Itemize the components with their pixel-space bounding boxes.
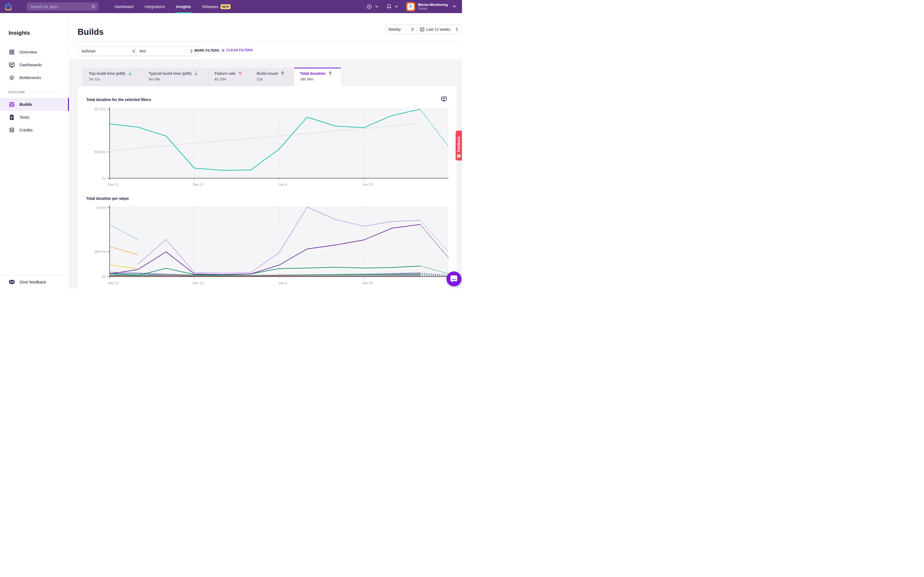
tab-total-duration[interactable]: Total duration 16h 39m [294, 68, 341, 86]
chevron-down-icon [395, 6, 398, 8]
metric-tabs: Top build time (p90) 7m 11s Typical buil… [82, 68, 341, 86]
more-filters-button[interactable]: MORE FILTERS [194, 48, 219, 52]
bitrise-logo[interactable] [4, 2, 13, 11]
sidebar-item-credits[interactable]: Credits [0, 124, 69, 137]
svg-text:Dec 12: Dec 12 [192, 182, 204, 187]
active-tab-underline [175, 12, 192, 13]
svg-text:Dec 12: Dec 12 [192, 281, 204, 285]
svg-text:25m 0s: 25m 0s [94, 250, 106, 253]
tab-build-count[interactable]: Build count 218 [251, 68, 294, 86]
svg-text:0s: 0s [102, 176, 106, 180]
svg-text:50m 0s: 50m 0s [94, 150, 106, 154]
svg-text:Jan 3: Jan 3 [279, 182, 287, 187]
trend-up-icon [328, 71, 332, 76]
svg-text:0s: 0s [102, 275, 106, 279]
nav-insights[interactable]: Insights [176, 0, 191, 13]
chart-display-toggle[interactable] [441, 97, 447, 102]
chat-widget-button[interactable] [446, 271, 462, 286]
svg-text:Jan 25: Jan 25 [362, 281, 373, 285]
new-badge: NEW [221, 4, 231, 9]
sidebar-item-bottlenecks[interactable]: Bottlenecks [0, 71, 69, 84]
trend-down-icon [128, 71, 132, 76]
granularity-select[interactable]: Weekly [385, 24, 418, 34]
account-menu[interactable]: Bitrise-Monitoring Owner [418, 3, 448, 11]
chevron-down-icon [452, 5, 456, 8]
workspace-avatar[interactable]: T [406, 2, 415, 11]
sidebar-item-tests[interactable]: Tests [0, 111, 69, 124]
clear-filters-button[interactable]: CLEAR FILTERS [221, 48, 253, 52]
svg-text:2h 11m: 2h 11m [94, 107, 106, 111]
monitor-chart-icon [8, 62, 15, 68]
tab-failure-rate[interactable]: Failure rate 81.19% [209, 68, 251, 86]
date-range-select[interactable]: Last 12 weeks [417, 24, 462, 34]
tab-typical-build-time[interactable]: Typical build time (p50) 5m 59s [143, 68, 209, 86]
header-divider [69, 41, 462, 42]
bitrise-bot-icon [4, 2, 13, 11]
svg-text:Nov 21: Nov 21 [108, 281, 119, 285]
give-feedback-button[interactable]: Give feedback [0, 275, 69, 288]
envelope-icon [8, 280, 15, 284]
builds-icon [8, 102, 15, 107]
svg-text:Nov 21: Nov 21 [108, 182, 119, 187]
plus-circle-icon [367, 4, 372, 9]
up-down-chevron-icon [190, 49, 193, 53]
top-nav: Dashboard Integrations Insights Releases… [0, 0, 462, 13]
account-chevron[interactable] [452, 4, 457, 9]
sidebar-section-label: EXPLORE [8, 90, 25, 94]
add-new-button[interactable] [365, 3, 373, 10]
sidebar-heading: Insights [8, 30, 30, 36]
sidebar-section-divider [28, 92, 62, 92]
svg-text:Jan 3: Jan 3 [279, 281, 287, 285]
workspace-role: Owner [418, 7, 448, 11]
tab-top-build-time[interactable]: Top build time (p90) 7m 11s [82, 68, 143, 86]
chevron-down-icon [375, 6, 378, 8]
up-down-chevron-icon [411, 27, 414, 31]
app-filter-select[interactable]: bullseye [78, 46, 139, 56]
svg-text:1h 9m: 1h 9m [96, 206, 106, 210]
sidebar-item-builds[interactable]: Builds [0, 98, 69, 111]
search-input[interactable] [27, 5, 91, 9]
search-icon [91, 5, 96, 9]
coins-icon [8, 127, 15, 133]
chat-bubble-icon [451, 276, 457, 283]
charts-card: Total duration for the selected filters … [78, 86, 457, 288]
duration-per-steps-chart[interactable]: 0s25m 0s1h 9mNov 21Dec 12Jan 3Jan 25 [86, 205, 454, 288]
notifications-button[interactable] [385, 3, 393, 10]
feedback-smiley-icon [457, 155, 460, 158]
workspace-name: Bitrise-Monitoring [418, 3, 448, 7]
sidebar: Insights Overview Dashboards [0, 13, 69, 288]
grid-icon [8, 50, 15, 55]
search-box[interactable] [27, 2, 99, 11]
bell-icon [386, 4, 392, 9]
up-down-chevron-icon [455, 27, 459, 31]
sidebar-item-dashboards[interactable]: Dashboards [0, 58, 69, 71]
lightbulb-icon [8, 75, 15, 81]
svg-text:Jan 25: Jan 25 [362, 182, 373, 187]
close-icon [221, 49, 225, 52]
clipboard-icon [8, 114, 15, 120]
nav-releases[interactable]: Releases NEW [202, 0, 231, 13]
feedback-tab[interactable]: Feedback [456, 131, 462, 161]
trend-up-icon [238, 71, 242, 76]
monitor-chart-icon [441, 97, 447, 102]
workspace-avatar-letter: T [407, 3, 414, 10]
trend-down-icon [194, 71, 198, 76]
nav-integrations[interactable]: Integrations [145, 0, 165, 13]
sidebar-item-overview[interactable]: Overview [0, 46, 69, 58]
up-down-chevron-icon [132, 49, 135, 53]
notifications-chevron[interactable] [394, 5, 399, 9]
trend-up-icon [281, 71, 284, 76]
workflow-filter-select[interactable]: test [136, 46, 197, 56]
total-duration-chart[interactable]: 0s50m 0s2h 11mNov 21Dec 12Jan 3Jan 25 [86, 107, 454, 190]
chart2-title: Total duration per steps [86, 196, 129, 201]
calendar-icon [420, 27, 424, 32]
page-title: Builds [78, 27, 104, 37]
add-new-chevron[interactable] [374, 5, 380, 9]
chart1-title: Total duration for the selected filters [86, 97, 151, 102]
nav-dashboard[interactable]: Dashboard [115, 0, 133, 13]
primary-nav: Dashboard Integrations Insights Releases… [115, 0, 231, 13]
nav-right-cluster: T Bitrise-Monitoring Owner [365, 0, 462, 13]
